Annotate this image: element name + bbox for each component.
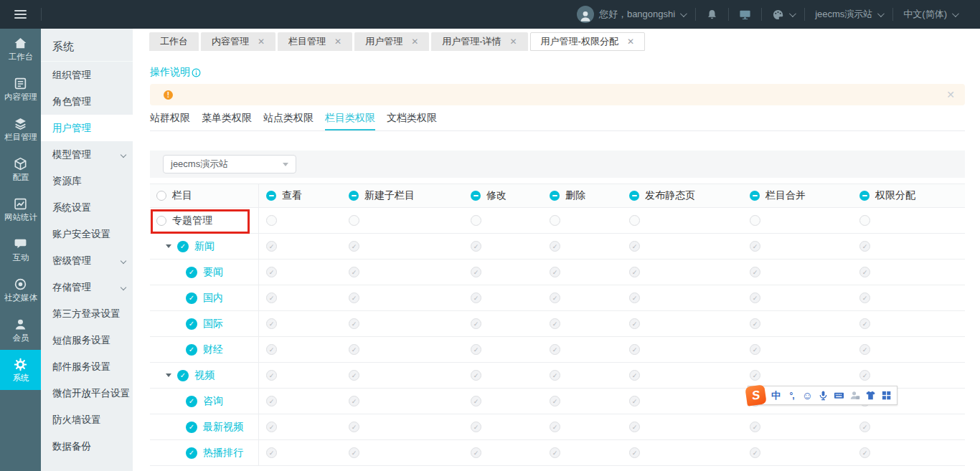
tree-node-label[interactable]: 视频 [194, 369, 215, 382]
permission-toggle[interactable]: ✓ [266, 318, 277, 329]
user-menu[interactable]: 您好，bangongshi [567, 0, 695, 29]
permission-toggle[interactable]: ✓ [550, 318, 560, 329]
sidebar-item-组织管理[interactable]: 组织管理 [41, 62, 133, 88]
select-all-radio[interactable] [156, 191, 166, 201]
sidebar-item-账户安全设置[interactable]: 账户安全设置 [41, 221, 133, 247]
deselect-column-icon[interactable] [750, 191, 760, 201]
tab-用户管理-权限分配[interactable]: 用户管理-权限分配✕ [530, 32, 645, 51]
permission-toggle[interactable] [550, 215, 560, 226]
permission-toggle[interactable]: ✓ [550, 344, 560, 355]
sogou-logo-icon[interactable]: S [745, 384, 766, 406]
tab-close-icon[interactable]: ✕ [510, 37, 517, 46]
permission-toggle[interactable]: ✓ [859, 422, 870, 432]
sidebar-item-角色管理[interactable]: 角色管理 [41, 88, 133, 115]
tree-node-label[interactable]: 最新视频 [203, 421, 243, 434]
permission-toggle[interactable] [266, 215, 277, 226]
site-select[interactable]: jeecms演示站 [163, 155, 296, 173]
permission-toggle[interactable]: ✓ [859, 344, 870, 355]
permission-toggle[interactable]: ✓ [349, 396, 359, 406]
permission-toggle[interactable]: ✓ [750, 370, 760, 381]
tab-栏目管理[interactable]: 栏目管理✕ [278, 32, 352, 51]
permission-toggle[interactable]: ✓ [859, 292, 870, 303]
deselect-column-icon[interactable] [629, 191, 639, 201]
permission-toggle[interactable]: ✓ [550, 267, 560, 277]
permission-toggle[interactable]: ✓ [471, 267, 481, 277]
rail-item-互动[interactable]: 互动 [0, 229, 41, 270]
checked-badge-icon[interactable]: ✓ [186, 396, 197, 407]
permission-toggle[interactable]: ✓ [859, 241, 870, 252]
permission-toggle[interactable]: ✓ [471, 344, 481, 355]
checked-badge-icon[interactable]: ✓ [186, 292, 197, 304]
permission-toggle[interactable]: ✓ [266, 422, 277, 432]
permission-toggle[interactable]: ✓ [629, 318, 640, 329]
deselect-column-icon[interactable] [471, 191, 481, 201]
deselect-column-icon[interactable] [349, 191, 359, 201]
deselect-column-icon[interactable] [266, 191, 276, 201]
permission-toggle[interactable]: ✓ [266, 292, 277, 303]
permission-toggle[interactable]: ✓ [349, 318, 359, 329]
microphone-icon[interactable] [817, 389, 829, 401]
checked-badge-icon[interactable]: ✓ [186, 344, 197, 356]
sidebar-item-密级管理[interactable]: 密级管理 [41, 247, 133, 274]
permission-toggle[interactable]: ✓ [349, 447, 359, 458]
permission-toggle[interactable]: ✓ [550, 241, 560, 252]
sidebar-item-第三方登录设置[interactable]: 第三方登录设置 [41, 300, 133, 327]
permission-toggle[interactable]: ✓ [550, 447, 560, 458]
permission-toggle[interactable]: ✓ [349, 422, 359, 432]
checked-badge-icon[interactable]: ✓ [177, 241, 189, 252]
deselect-column-icon[interactable] [550, 191, 560, 201]
tree-node-label[interactable]: 咨询 [203, 395, 223, 408]
permission-toggle[interactable]: ✓ [550, 370, 560, 381]
permission-toggle[interactable]: ✓ [750, 267, 760, 277]
rail-item-工作台[interactable]: 工作台 [0, 29, 41, 69]
sidebar-item-微信开放平台设置[interactable]: 微信开放平台设置 [41, 380, 133, 406]
permission-toggle[interactable]: ✓ [629, 241, 640, 252]
permission-toggle[interactable]: ✓ [629, 267, 640, 277]
permission-toggle[interactable]: ✓ [750, 344, 760, 355]
tab-工作台[interactable]: 工作台 [149, 32, 199, 51]
chinese-mode-icon[interactable]: 中 [770, 389, 782, 401]
sidebar-item-数据备份[interactable]: 数据备份 [41, 433, 133, 460]
permission-toggle[interactable]: ✓ [550, 292, 560, 303]
checked-badge-icon[interactable]: ✓ [186, 267, 197, 278]
permission-toggle[interactable] [349, 215, 359, 226]
punctuation-icon[interactable]: °, [786, 389, 798, 401]
permission-toggle[interactable]: ✓ [266, 267, 277, 277]
expander-icon[interactable] [166, 374, 171, 377]
subtab-栏目类权限[interactable]: 栏目类权限 [325, 112, 375, 130]
keyboard-icon[interactable] [833, 389, 845, 401]
menu-grid-icon[interactable] [880, 389, 892, 401]
permission-toggle[interactable]: ✓ [750, 318, 760, 329]
tree-node-label[interactable]: 财经 [203, 343, 223, 356]
permission-toggle[interactable]: ✓ [349, 344, 359, 355]
tree-node-label[interactable]: 热播排行 [203, 447, 243, 460]
rail-item-系统[interactable]: 系统 [0, 350, 41, 390]
deselect-column-icon[interactable] [859, 191, 870, 201]
sidebar-item-用户管理[interactable]: 用户管理 [41, 115, 133, 141]
tree-node-label[interactable]: 新闻 [194, 240, 215, 253]
permission-toggle[interactable]: ✓ [266, 396, 277, 406]
rail-item-社交媒体[interactable]: 社交媒体 [0, 270, 41, 310]
sidebar-item-存储管理[interactable]: 存储管理 [41, 274, 133, 300]
rail-item-配置[interactable]: 配置 [0, 149, 41, 189]
permission-toggle[interactable]: ✓ [471, 396, 481, 406]
checked-badge-icon[interactable]: ✓ [177, 370, 189, 381]
permission-toggle[interactable]: ✓ [266, 447, 277, 458]
permission-toggle[interactable]: ✓ [750, 447, 760, 458]
site-switcher[interactable]: jeecms演示站 [805, 0, 892, 29]
rail-item-内容管理[interactable]: 内容管理 [0, 69, 41, 109]
permission-toggle[interactable]: ✓ [266, 241, 277, 252]
tab-close-icon[interactable]: ✕ [258, 37, 265, 46]
rail-item-网站统计[interactable]: 网站统计 [0, 189, 41, 229]
permission-toggle[interactable]: ✓ [629, 396, 640, 406]
checked-badge-icon[interactable]: ✓ [186, 422, 197, 433]
checked-badge-icon[interactable]: ✓ [186, 447, 197, 459]
permission-toggle[interactable]: ✓ [859, 267, 870, 277]
permission-toggle[interactable]: ✓ [471, 370, 481, 381]
permission-toggle[interactable]: ✓ [859, 318, 870, 329]
sidebar-item-系统设置[interactable]: 系统设置 [41, 194, 133, 221]
permission-toggle[interactable]: ✓ [471, 318, 481, 329]
tab-close-icon[interactable]: ✕ [627, 37, 634, 46]
permission-toggle[interactable]: ✓ [471, 241, 481, 252]
permission-toggle[interactable]: ✓ [750, 422, 760, 432]
